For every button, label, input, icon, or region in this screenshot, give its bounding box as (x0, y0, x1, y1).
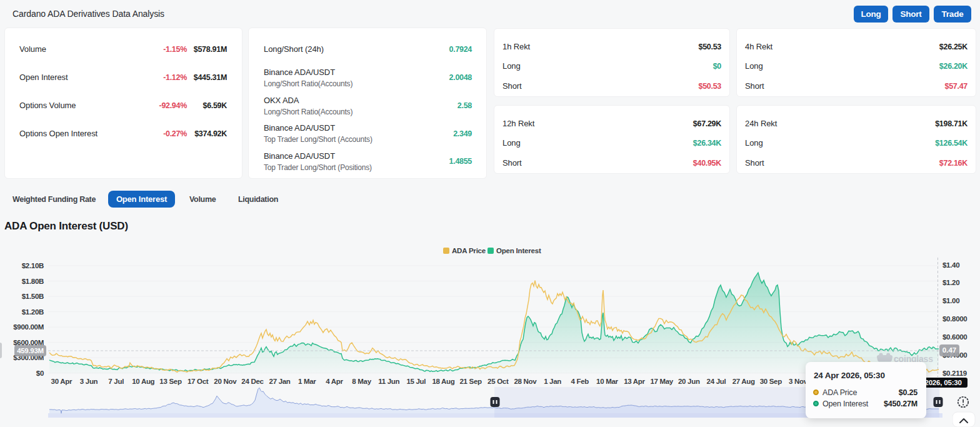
svg-text:27 Aug: 27 Aug (732, 378, 755, 385)
svg-text:13 Apr: 13 Apr (624, 378, 645, 385)
svg-text:13 Sep: 13 Sep (159, 378, 182, 385)
svg-text:$1.40: $1.40 (942, 261, 959, 269)
svg-text:11 Jun: 11 Jun (378, 378, 399, 385)
svg-text:1 Jan: 1 Jan (544, 378, 561, 385)
svg-text:15 Jul: 15 Jul (406, 378, 426, 385)
svg-text:25 Oct: 25 Oct (488, 378, 509, 385)
svg-text:$0.2119: $0.2119 (942, 369, 967, 377)
svg-text:24 Dec: 24 Dec (241, 378, 264, 385)
svg-text:27 Jan: 27 Jan (269, 378, 291, 385)
svg-text:1 Mar: 1 Mar (298, 378, 316, 385)
svg-text:17 Oct: 17 Oct (188, 378, 209, 385)
svg-text:20 Nov: 20 Nov (214, 378, 237, 385)
svg-text:21 Sep: 21 Sep (459, 378, 482, 385)
svg-text:20 Jun: 20 Jun (678, 378, 700, 385)
svg-text:4 Apr: 4 Apr (326, 378, 343, 385)
svg-text:$2.10B: $2.10B (22, 262, 44, 269)
svg-text:10 Mar: 10 Mar (596, 378, 618, 385)
svg-text:3 Jun: 3 Jun (80, 378, 98, 385)
svg-text:7 Jul: 7 Jul (108, 378, 124, 385)
svg-text:$0: $0 (36, 369, 44, 377)
svg-text:$1.20B: $1.20B (22, 308, 44, 316)
svg-text:8 May: 8 May (352, 378, 371, 385)
svg-text:17 May: 17 May (650, 378, 673, 385)
svg-text:18 Aug: 18 Aug (432, 378, 454, 385)
svg-text:10 Aug: 10 Aug (132, 378, 154, 385)
svg-text:$1.00: $1.00 (942, 297, 959, 304)
svg-text:$0.8000: $0.8000 (942, 315, 967, 323)
svg-text:30 Sep: 30 Sep (760, 378, 782, 385)
svg-text:$0.6000: $0.6000 (942, 333, 967, 341)
svg-text:24 Jul: 24 Jul (707, 378, 726, 385)
svg-text:$1.80B: $1.80B (22, 278, 44, 285)
svg-text:4 Feb: 4 Feb (571, 378, 589, 385)
svg-text:$900.00M: $900.00M (13, 323, 44, 331)
svg-text:28 Nov: 28 Nov (514, 378, 537, 385)
svg-text:30 Apr: 30 Apr (51, 378, 72, 385)
svg-text:$1.20: $1.20 (942, 279, 959, 286)
svg-text:$1.50B: $1.50B (22, 293, 44, 300)
